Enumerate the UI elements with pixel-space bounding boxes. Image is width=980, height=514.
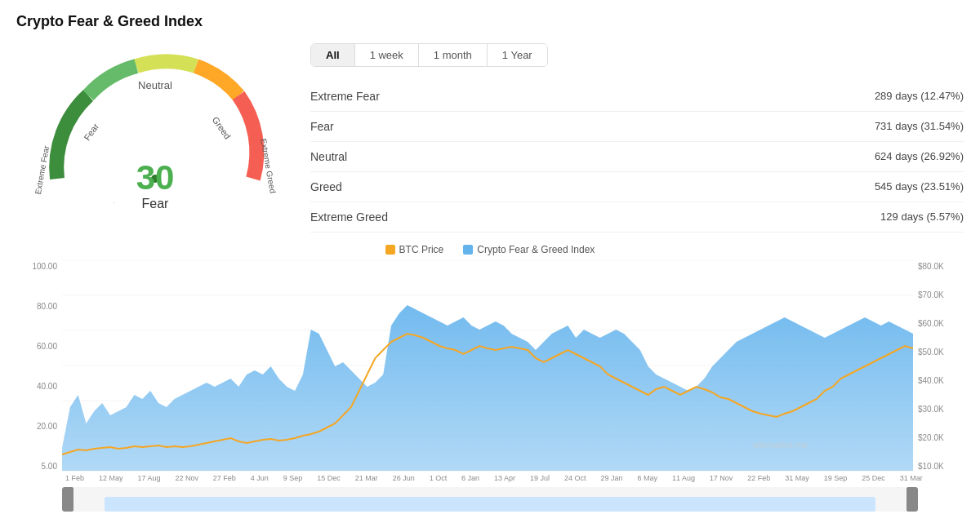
gauge-container: Neutral Fear Greed Extreme Fear Extreme … [16,40,294,236]
x-axis-label: 29 Jan [600,474,622,482]
neutral-label: Neutral [138,79,172,91]
x-axis-label: 1 Feb [65,474,84,482]
stat-label-extreme-greed: Extreme Greed [310,210,388,224]
y-right-3: $50.0K [918,348,944,357]
fear-arc-label: Fear [82,122,100,143]
stat-value-greed: 545 days (23.51%) [875,180,964,193]
x-axis-label: 15 Dec [317,474,341,482]
gauge-value-container: 30 Fear [136,161,175,211]
stat-row-fear: Fear 731 days (31.54%) [310,112,964,142]
x-axis-label: 21 Mar [355,474,378,482]
x-axis-label: 22 Nov [175,474,198,482]
x-axis-label: 13 Apr [494,474,515,482]
legend-btc: BTC Price [385,244,444,255]
x-axis-label: 11 Aug [672,474,695,482]
scroll-handle-right[interactable] [906,487,918,512]
x-axis-label: 9 Sep [283,474,303,482]
chart-section: BTC Price Crypto Fear & Greed Index 100.… [16,244,964,512]
filter-1year[interactable]: 1 Year [488,44,547,66]
scroll-handle-left[interactable] [62,487,74,512]
x-axis-label: 17 Aug [137,474,160,482]
stat-row-greed: Greed 545 days (23.51%) [310,172,964,202]
stat-value-neutral: 624 days (26.92%) [875,150,964,163]
y-right-5: $30.0K [918,405,944,414]
stat-row-extreme-greed: Extreme Greed 129 days (5.57%) [310,202,964,233]
gauge-number: 30 [136,161,175,195]
gauge-label: Fear [136,197,175,211]
filter-1week[interactable]: 1 week [355,44,419,66]
x-axis-label: 27 Feb [213,474,236,482]
x-axis-label: 31 May [785,474,809,482]
x-axis-label: 19 Sep [824,474,848,482]
stat-label-greed: Greed [310,180,342,193]
x-axis-label: 24 Oct [564,474,586,482]
y-right-1: $70.0K [918,290,944,299]
stat-label-extreme-fear: Extreme Fear [310,90,380,103]
legend-btc-label: BTC Price [399,244,444,255]
stat-value-extreme-greed: 129 days (5.57%) [880,210,964,224]
y-left-1: 80.00 [37,302,57,311]
mini-chart[interactable] [62,487,918,512]
x-axis-label: 6 Jan [461,474,479,482]
greed-arc-label: Greed [211,115,233,141]
stat-value-fear: 731 days (31.54%) [875,120,964,133]
page-title: Crypto Fear & Greed Index [16,13,964,30]
x-axis-labels: 1 Feb12 May17 Aug22 Nov27 Feb4 Jun9 Sep1… [24,474,956,482]
x-axis-label: 22 Feb [747,474,770,482]
y-axis-right: $80.0K $70.0K $60.0K $50.0K $40.0K $30.0… [913,260,956,472]
watermark: alternative.me [752,440,808,450]
x-axis-label: 6 May [637,474,657,482]
chart-legend: BTC Price Crypto Fear & Greed Index [16,244,964,255]
stat-label-fear: Fear [310,120,334,133]
y-left-0: 100.00 [32,262,57,271]
stat-row-extreme-fear: Extreme Fear 289 days (12.47%) [310,82,964,112]
x-axis-label: 19 Jul [530,474,550,482]
stat-value-extreme-fear: 289 days (12.47%) [875,90,964,103]
mini-chart-fill [105,497,875,512]
extreme-fear-arc-label: Extreme Fear [33,144,51,195]
stat-row-neutral: Neutral 624 days (26.92%) [310,142,964,172]
y-axis-left: 100.00 80.00 60.00 40.00 20.00 5.00 [24,260,62,472]
legend-index-color [463,245,473,255]
chart-svg: alternative.me [62,260,913,472]
stat-label-neutral: Neutral [310,150,347,163]
x-axis-label: 26 Jun [393,474,415,482]
stats-panel: All 1 week 1 month 1 Year Extreme Fear 2… [310,40,964,236]
x-axis-label: 12 May [99,474,123,482]
x-axis-label: 17 Nov [710,474,733,482]
y-right-4: $40.0K [918,376,944,385]
filter-all[interactable]: All [311,44,355,66]
legend-index-label: Crypto Fear & Greed Index [477,244,595,255]
y-left-2: 60.00 [37,342,57,351]
x-axis-label: 4 Jun [251,474,269,482]
x-axis-label: 25 Dec [862,474,885,482]
y-right-2: $60.0K [918,319,944,328]
y-left-3: 40.00 [37,382,57,391]
x-axis-label: 1 Oct [430,474,448,482]
legend-btc-color [385,245,395,255]
y-right-7: $10.0K [918,462,944,471]
y-left-4: 20.00 [37,422,57,431]
time-filters: All 1 week 1 month 1 Year [310,43,548,67]
y-left-5: 5.00 [42,462,57,471]
y-right-6: $20.0K [918,433,944,442]
legend-index: Crypto Fear & Greed Index [463,244,595,255]
x-axis-label: 31 Mar [900,474,923,482]
y-right-0: $80.0K [918,262,944,271]
gauge-needle-head [103,202,120,203]
chart-area: alternative.me [62,260,913,472]
filter-1month[interactable]: 1 month [419,44,488,66]
